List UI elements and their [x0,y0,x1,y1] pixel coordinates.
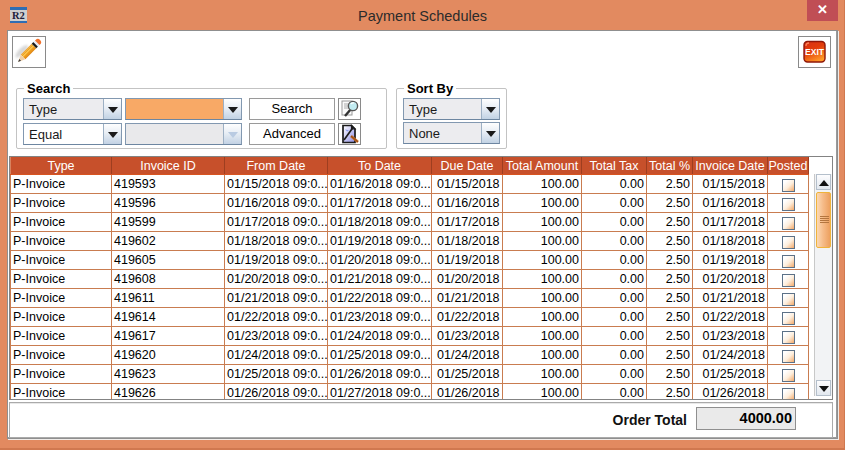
svg-text:EXIT: EXIT [805,46,824,57]
